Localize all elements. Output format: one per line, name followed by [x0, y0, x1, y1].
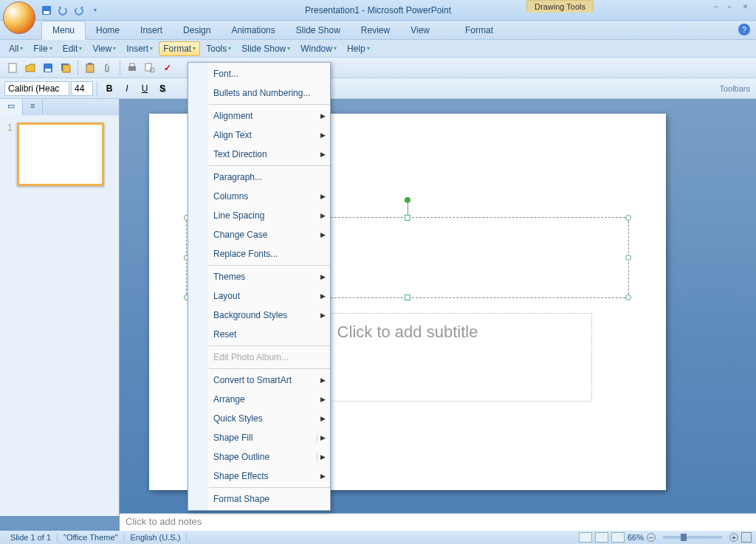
font-name-input[interactable] [4, 81, 69, 96]
resize-handle[interactable] [405, 215, 410, 221]
zoom-out-icon[interactable]: − [647, 533, 656, 542]
menu-item-shape-effects[interactable]: Shape Effects▶ [188, 466, 330, 486]
minimize-icon[interactable]: − [713, 1, 724, 12]
menu-item-format-shape[interactable]: Format Shape [188, 489, 330, 509]
redo-icon[interactable] [72, 4, 86, 17]
menu-all[interactable]: All▾ [4, 41, 27, 56]
menu-item-quick-styles[interactable]: Quick Styles▶ [188, 409, 330, 428]
thumbnail-slide-1[interactable] [17, 123, 104, 186]
rotate-handle[interactable] [405, 197, 410, 203]
italic-icon[interactable]: I [119, 80, 135, 97]
menu-window[interactable]: Window▾ [296, 41, 341, 56]
menu-item-label: Columns [213, 191, 320, 202]
menu-item-columns[interactable]: Columns▶ [188, 187, 330, 206]
menu-item-convert-to-smartart[interactable]: Convert to SmartArt▶ [188, 371, 330, 390]
menu-slideshow[interactable]: Slide Show▾ [237, 41, 295, 56]
menu-item-font[interactable]: AFont... [188, 64, 330, 83]
qat-dropdown-icon[interactable]: ▾ [89, 4, 102, 17]
close-icon[interactable]: × [743, 1, 753, 12]
tab-format[interactable]: Format [455, 21, 504, 39]
office-button[interactable] [3, 1, 35, 34]
zoom-slider[interactable] [663, 536, 722, 539]
menu-item-shape-outline[interactable]: Shape Outline▶ [188, 447, 330, 466]
menu-item-paragraph[interactable]: Paragraph... [188, 168, 330, 187]
submenu-arrow-icon: ▶ [320, 472, 326, 480]
underline-icon[interactable]: U [137, 80, 153, 97]
tab-home[interactable]: Home [86, 21, 130, 39]
fit-window-icon[interactable] [741, 532, 752, 543]
title-bar: ▾ Presentation1 - Microsoft PowerPoint D… [0, 0, 756, 21]
paste-icon[interactable] [82, 60, 98, 76]
menu-item-align-text[interactable]: Align Text▶ [188, 125, 330, 145]
tab-view[interactable]: View [400, 21, 440, 39]
bold-icon[interactable]: B [101, 80, 117, 97]
notes-pane[interactable]: Click to add notes [120, 513, 756, 531]
tab-slide-show[interactable]: Slide Show [286, 21, 351, 39]
status-language[interactable]: English (U.S.) [124, 533, 187, 542]
slideshow-view-icon[interactable] [611, 532, 625, 543]
menu-item-label: Shape Outline [213, 452, 317, 462]
resize-handle[interactable] [625, 295, 631, 300]
menu-item-bullets-and-numbering[interactable]: Bullets and Numbering... [188, 83, 330, 103]
save-icon[interactable] [40, 60, 56, 76]
open-icon[interactable] [22, 60, 38, 76]
new-icon[interactable] [4, 60, 21, 76]
resize-handle[interactable] [625, 215, 631, 221]
context-tab-drawing-tools[interactable]: Drawing Tools [526, 0, 594, 13]
slides-tab[interactable]: ▭ [0, 99, 23, 115]
menu-format[interactable]: Format▾ [159, 41, 200, 56]
menu-item-themes[interactable]: Themes▶ [188, 267, 330, 286]
thumbnail-area: 1 [0, 115, 119, 516]
menu-tools[interactable]: Tools▾ [202, 41, 236, 56]
menu-item-alignment[interactable]: Alignment▶ [188, 106, 330, 125]
normal-view-icon[interactable] [579, 532, 592, 543]
menu-view[interactable]: View▾ [88, 41, 120, 56]
save-as-icon[interactable] [58, 60, 74, 76]
slide-panel: ▭ ≡ 1 [0, 99, 120, 516]
menu-help[interactable]: Help▾ [343, 41, 374, 56]
menu-item-label: Themes [213, 272, 320, 282]
menu-item-edit-photo-album: Edit Photo Album... [188, 348, 330, 367]
tab-animations[interactable]: Animations [221, 21, 285, 39]
menu-file[interactable]: File▾ [29, 41, 56, 56]
print-icon[interactable] [124, 60, 140, 76]
status-slide-info: Slide 1 of 1 [4, 533, 58, 542]
shadow-icon[interactable]: S [154, 80, 171, 97]
resize-handle[interactable] [625, 255, 631, 261]
undo-icon[interactable] [56, 4, 69, 17]
tab-review[interactable]: Review [351, 21, 400, 39]
restore-icon[interactable]: ▫ [728, 1, 738, 12]
menu-insert[interactable]: Insert▾ [122, 41, 157, 56]
spelling-icon[interactable]: ✓ [159, 60, 176, 76]
svg-rect-1 [44, 11, 49, 14]
menu-item-layout[interactable]: Layout▶ [188, 286, 330, 306]
print-preview-icon[interactable] [142, 60, 158, 76]
tab-menu[interactable]: Menu [41, 21, 86, 40]
tab-insert[interactable]: Insert [130, 21, 173, 39]
menu-item-label: Line Spacing [213, 210, 320, 221]
zoom-in-icon[interactable]: + [729, 533, 738, 542]
zoom-level[interactable]: 66% [628, 533, 644, 542]
resize-handle[interactable] [405, 295, 410, 300]
menu-item-background-styles[interactable]: Background Styles▶ [188, 306, 330, 325]
menu-item-label: Align Text [213, 130, 320, 140]
menu-item-arrange[interactable]: Arrange▶ [188, 390, 330, 409]
menu-item-label: Convert to SmartArt [213, 375, 320, 385]
menu-item-label: Font... [213, 69, 326, 79]
sorter-view-icon[interactable] [595, 532, 608, 543]
help-icon[interactable]: ? [738, 24, 750, 35]
menu-item-text-direction[interactable]: Text Direction▶ [188, 145, 330, 164]
outline-tab[interactable]: ≡ [23, 99, 43, 115]
save-icon[interactable] [40, 4, 53, 17]
font-size-input[interactable] [71, 81, 93, 96]
menu-item-line-spacing[interactable]: Line Spacing▶ [188, 206, 330, 225]
menu-edit[interactable]: Edit▾ [58, 41, 87, 56]
menu-item-reset[interactable]: Reset [188, 325, 330, 344]
slide-thumbnail: 1 [7, 123, 111, 186]
menu-item-shape-fill[interactable]: Shape Fill▶ [188, 428, 330, 447]
menu-item-replace-fonts[interactable]: AAReplace Fonts... [188, 244, 330, 264]
menu-item-label: Alignment [213, 111, 320, 121]
tab-design[interactable]: Design [173, 21, 221, 39]
menu-item-change-case[interactable]: AaChange Case▶ [188, 225, 330, 244]
attachment-icon[interactable] [100, 60, 116, 76]
